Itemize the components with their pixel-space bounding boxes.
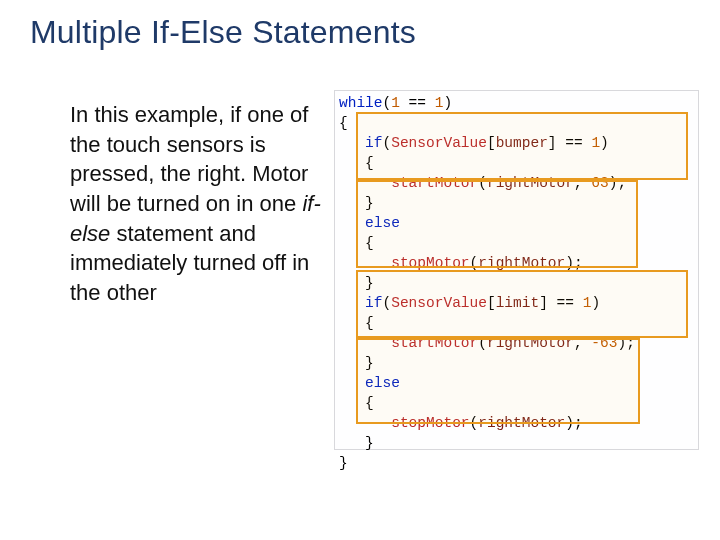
code-panel: while(1 == 1) { if(SensorValue[bumper] =… [334,90,699,450]
t: ( [383,295,392,311]
t [339,175,391,191]
t: [ [487,135,496,151]
t: , [574,335,591,351]
ident-startmotor: startMotor [391,335,478,351]
t: { [339,235,374,251]
t [339,255,391,271]
t: ) [591,295,600,311]
t: { [339,115,348,131]
ident-bumper: bumper [496,135,548,151]
ident-sensorvalue: SensorValue [391,295,487,311]
t: , [574,175,591,191]
t: ); [565,415,582,431]
slide: Multiple If-Else Statements In this exam… [0,0,720,540]
paragraph-part1: In this example, if one of the touch sen… [70,102,308,216]
t: { [339,315,374,331]
t: ) [443,95,452,111]
t: ); [617,335,634,351]
kw-if: if [339,295,383,311]
t: ); [609,175,626,191]
t [339,415,391,431]
t: ( [478,335,487,351]
ident-stopmotor: stopMotor [391,415,469,431]
t: [ [487,295,496,311]
t [339,335,391,351]
kw-else: else [339,375,400,391]
body-paragraph: In this example, if one of the touch sen… [70,100,330,308]
t: ( [478,175,487,191]
ident-rightmotor: rightMotor [478,415,565,431]
kw-while: while [339,95,383,111]
t: ( [470,415,479,431]
kw-else: else [339,215,400,231]
t: ] == [539,295,583,311]
t: } [339,435,374,451]
t: } [339,455,348,471]
t: -63 [591,335,617,351]
t: ( [383,135,392,151]
t: 63 [591,175,608,191]
ident-rightmotor: rightMotor [487,175,574,191]
ident-startmotor: startMotor [391,175,478,191]
ident-stopmotor: stopMotor [391,255,469,271]
t: 1 [591,135,600,151]
ident-rightmotor: rightMotor [478,255,565,271]
ident-rightmotor: rightMotor [487,335,574,351]
kw-if: if [339,135,383,151]
t: 1 [391,95,400,111]
slide-title: Multiple If-Else Statements [30,14,416,51]
t: ( [470,255,479,271]
ident-sensorvalue: SensorValue [391,135,487,151]
t: ) [600,135,609,151]
ident-limit: limit [496,295,540,311]
t: } [339,275,374,291]
t: ( [383,95,392,111]
t: { [339,395,374,411]
t: { [339,155,374,171]
t: ); [565,255,582,271]
code-listing: while(1 == 1) { if(SensorValue[bumper] =… [335,91,698,475]
t: } [339,355,374,371]
t: ] == [548,135,592,151]
t: } [339,195,374,211]
t: == [400,95,435,111]
